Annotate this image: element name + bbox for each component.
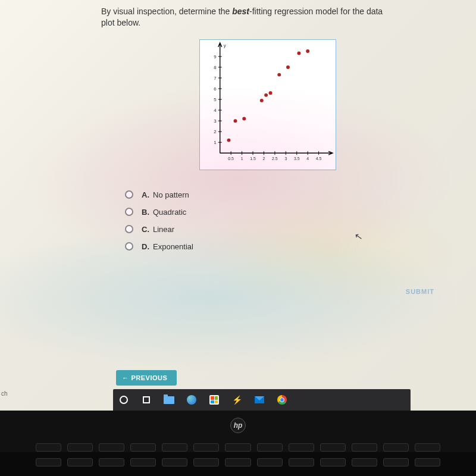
svg-text:5: 5 [214, 97, 217, 102]
arrow-left-icon: ← [122, 374, 129, 381]
submit-button[interactable]: SUBMIT [406, 288, 434, 295]
svg-text:3: 3 [214, 118, 217, 124]
keyboard-row-1 [36, 443, 440, 452]
keyboard-key [36, 458, 61, 466]
svg-text:4: 4 [214, 108, 217, 113]
keyboard-key [352, 458, 377, 466]
svg-point-45 [277, 73, 281, 76]
radio-icon[interactable] [125, 225, 133, 233]
keyboard-key [225, 443, 250, 452]
svg-text:y: y [224, 43, 226, 48]
svg-point-42 [260, 99, 264, 102]
microsoft-store-icon[interactable] [208, 394, 220, 406]
taskbar: ⚡ [113, 389, 411, 411]
keyboard-key [225, 458, 250, 466]
svg-point-41 [242, 117, 246, 120]
svg-text:4: 4 [306, 156, 309, 161]
hp-logo: hp [230, 418, 246, 433]
keyboard-key [193, 443, 219, 452]
q-text-prefix: By visual inspection, determine the [101, 7, 232, 16]
keyboard-row-2 [36, 458, 440, 466]
q-text-suffix-2: plot below. [101, 18, 140, 27]
keyboard-key [320, 458, 346, 466]
option-label: D.Exponential [142, 242, 193, 251]
keyboard-key [193, 458, 219, 466]
file-explorer-icon[interactable] [163, 394, 175, 406]
svg-text:9: 9 [214, 54, 217, 60]
keyboard-key [130, 458, 156, 466]
svg-text:3.5: 3.5 [294, 156, 300, 161]
svg-text:7: 7 [214, 76, 216, 81]
option-label: B.Quadratic [142, 208, 186, 217]
keyboard-key [67, 443, 93, 452]
scatter-chart-svg: 1234567890.511.522.533.544.5y [200, 40, 336, 170]
keyboard-key [352, 443, 377, 452]
screen-area: By visual inspection, determine the best… [0, 0, 476, 411]
keyboard-key [257, 458, 283, 466]
keyboard-key [383, 443, 409, 452]
chrome-icon[interactable] [276, 394, 288, 406]
svg-point-48 [306, 49, 309, 53]
svg-text:4.5: 4.5 [316, 156, 322, 161]
power-icon[interactable]: ⚡ [231, 394, 243, 406]
keyboard-key [415, 443, 440, 452]
radio-icon[interactable] [125, 190, 133, 199]
question-text: By visual inspection, determine the best… [101, 6, 434, 29]
svg-text:6: 6 [214, 86, 217, 92]
keyboard-key [383, 458, 409, 466]
option-label: C.Linear [142, 225, 174, 234]
q-text-suffix-1: -fitting regression model for the data [249, 7, 383, 16]
edge-text: ch [1, 390, 8, 397]
edge-browser-icon[interactable] [186, 394, 198, 406]
keyboard-key [162, 443, 187, 452]
option-B[interactable]: B.Quadratic [125, 208, 434, 217]
hp-logo-text: hp [234, 421, 243, 430]
radio-icon[interactable] [125, 242, 133, 250]
keyboard-key [99, 443, 124, 452]
keyboard-key [99, 458, 124, 466]
option-A[interactable]: A.No pattern [125, 190, 434, 199]
option-label: A.No pattern [142, 190, 189, 199]
keyboard-key [415, 458, 440, 466]
svg-text:1.5: 1.5 [250, 156, 256, 161]
radio-icon[interactable] [125, 208, 133, 216]
previous-label: PREVIOUS [131, 374, 168, 381]
keyboard-key [289, 443, 314, 452]
q-text-bold: best [232, 7, 249, 16]
svg-point-44 [269, 91, 273, 95]
keyboard-key [162, 458, 187, 466]
mail-icon[interactable] [253, 394, 265, 406]
svg-text:0.5: 0.5 [228, 156, 234, 161]
keyboard-key [289, 458, 314, 466]
keyboard-key [320, 443, 346, 452]
svg-point-39 [227, 138, 231, 142]
start-icon[interactable] [118, 394, 130, 406]
task-view-icon[interactable] [140, 394, 152, 406]
svg-text:8: 8 [214, 65, 217, 70]
keyboard-key [257, 443, 283, 452]
svg-text:1: 1 [214, 140, 217, 145]
svg-text:3: 3 [284, 156, 287, 161]
svg-text:1: 1 [241, 156, 243, 161]
option-C[interactable]: C.Linear [125, 225, 434, 234]
svg-point-47 [297, 51, 300, 55]
svg-text:2.5: 2.5 [272, 156, 278, 161]
keyboard-key [36, 443, 61, 452]
keyboard-key [67, 458, 93, 466]
svg-point-43 [264, 93, 268, 97]
options-list: A.No patternB.QuadraticC.LinearD.Exponen… [101, 190, 434, 251]
question-block: By visual inspection, determine the best… [101, 6, 434, 259]
svg-point-40 [234, 119, 237, 123]
option-D[interactable]: D.Exponential [125, 242, 434, 251]
svg-text:2: 2 [263, 156, 265, 161]
previous-button[interactable]: ← PREVIOUS [116, 370, 177, 386]
keyboard-key [130, 443, 156, 452]
svg-text:2: 2 [214, 129, 216, 134]
scatter-chart: 1234567890.511.522.533.544.5y [199, 39, 336, 170]
svg-point-46 [286, 65, 290, 69]
